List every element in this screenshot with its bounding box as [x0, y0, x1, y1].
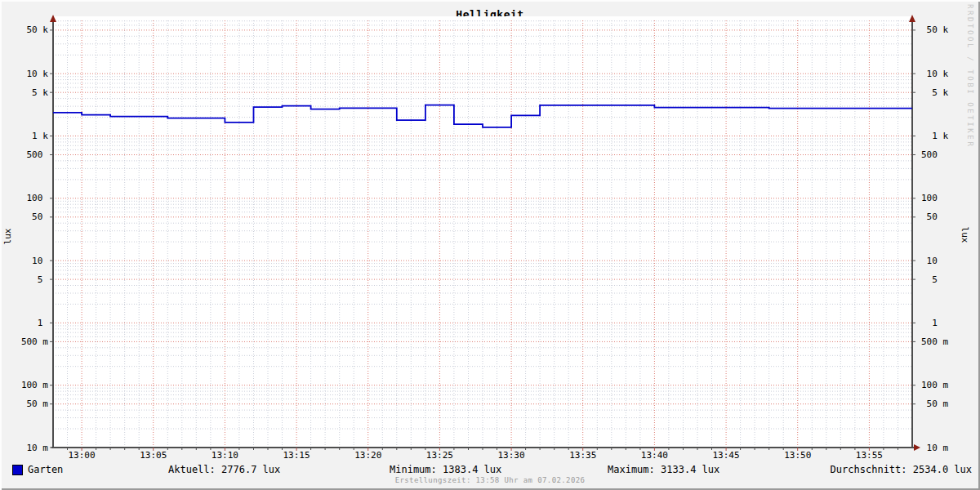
stat-durchschnitt: Durchschnitt: 2534.0 lux [831, 464, 972, 475]
rrdtool-graph: Helligkeit RRDTOOL / TOBI OETIKER lux lu… [0, 0, 980, 490]
legend: Garten Aktuell: 2776.7 lux Minimum: 1383… [0, 0, 980, 490]
stat-aktuell: Aktuell: 2776.7 lux [168, 464, 280, 475]
stat-minimum: Minimum: 1383.4 lux [390, 464, 501, 475]
series-label: Garten [28, 464, 63, 475]
stat-maximum: Maximum: 3133.4 lux [608, 464, 719, 475]
series-color-swatch [12, 465, 23, 475]
creation-timestamp: Erstellungszeit: 13:58 Uhr am 07.02.2026 [0, 476, 980, 484]
